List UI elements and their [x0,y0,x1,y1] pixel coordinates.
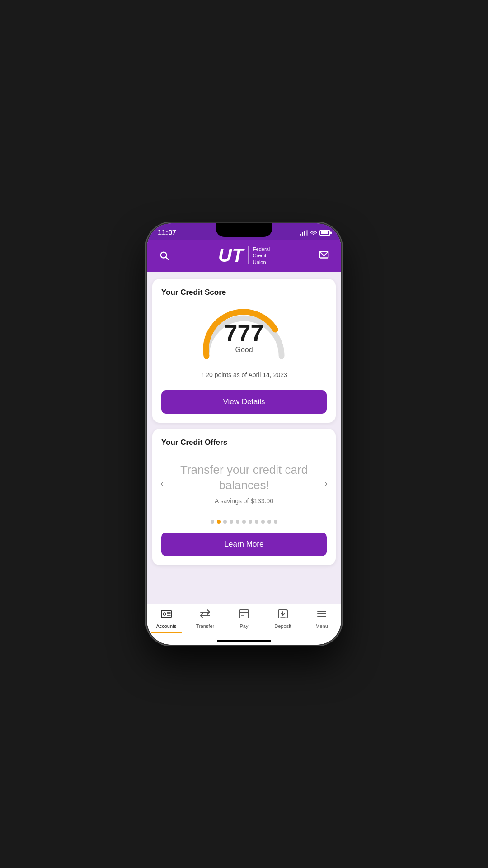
logo-text: Federal Credit Union [253,246,270,265]
nav-item-menu[interactable]: Menu [302,609,341,629]
app-header: UT Federal Credit Union [147,240,341,272]
gauge-container: 777 Good [194,308,294,362]
carousel-dot-2[interactable] [223,520,227,524]
nav-label-transfer: Transfer [196,623,215,629]
credit-score-container: 777 Good ↑ 20 points as of April 14, 202… [161,303,327,383]
offers-carousel: ‹ Transfer your credit card balances! A … [161,453,327,514]
view-details-button[interactable]: View Details [161,390,327,414]
accounts-icon [161,609,172,622]
score-number: 777 [225,321,264,345]
offer-content: Transfer your credit card balances! A sa… [161,458,327,509]
nav-item-accounts[interactable]: Accounts [147,609,186,629]
deposit-icon [277,609,288,622]
notch [216,223,272,237]
nav-label-menu: Menu [315,623,328,629]
learn-more-button[interactable]: Learn More [161,533,327,556]
status-time: 11:07 [158,229,176,237]
search-button[interactable] [156,247,172,264]
credit-offers-title: Your Credit Offers [161,438,327,447]
nav-item-transfer[interactable]: Transfer [186,609,225,629]
phone-frame: 11:07 [147,223,341,645]
carousel-dot-7[interactable] [255,520,258,524]
carousel-dot-5[interactable] [242,520,246,524]
phone-screen: 11:07 [147,223,341,645]
credit-offers-card: Your Credit Offers ‹ Transfer your credi… [152,429,336,566]
score-display: 777 Good [225,321,264,354]
svg-rect-10 [239,610,249,618]
offer-subtitle: A savings of $133.00 [175,497,313,505]
credit-score-card: Your Credit Score 777 Good [152,279,336,423]
nav-label-deposit: Deposit [274,623,291,629]
score-change: ↑ 20 points as of April 14, 2023 [201,371,287,378]
header-logo: UT Federal Credit Union [218,246,270,265]
main-content: Your Credit Score 777 Good [147,272,341,604]
home-bar [217,640,271,642]
nav-item-pay[interactable]: Pay [225,609,263,629]
signal-icon [300,230,308,236]
score-rating: Good [225,346,264,354]
svg-point-4 [163,613,166,615]
carousel-prev-button[interactable]: ‹ [157,474,167,493]
carousel-dot-6[interactable] [249,520,252,524]
bottom-nav: Accounts Transfer [147,604,341,638]
carousel-dot-9[interactable] [267,520,271,524]
svg-line-1 [166,258,168,260]
score-change-arrow: ↑ [201,371,204,378]
carousel-dot-0[interactable] [211,520,214,524]
nav-item-deposit[interactable]: Deposit [263,609,302,629]
nav-label-accounts: Accounts [156,623,176,629]
offer-title: Transfer your credit card balances! [175,462,313,493]
logo-ut-text: UT [218,246,244,265]
carousel-next-button[interactable]: › [321,474,331,493]
wifi-icon [310,230,317,236]
carousel-dots [161,520,327,524]
carousel-dot-8[interactable] [261,520,265,524]
transfer-icon [200,609,211,622]
battery-icon [319,230,330,236]
home-indicator [147,638,341,645]
logo-divider [248,246,249,264]
status-icons [300,230,330,236]
carousel-dot-3[interactable] [230,520,233,524]
carousel-dot-1[interactable] [217,520,221,524]
pay-icon [239,609,249,622]
carousel-dot-4[interactable] [236,520,239,524]
credit-score-title: Your Credit Score [161,288,327,297]
message-button[interactable] [316,247,332,264]
carousel-dot-10[interactable] [274,520,277,524]
score-change-text: 20 points as of April 14, 2023 [206,371,287,378]
nav-label-pay: Pay [240,623,249,629]
menu-icon [316,609,327,622]
